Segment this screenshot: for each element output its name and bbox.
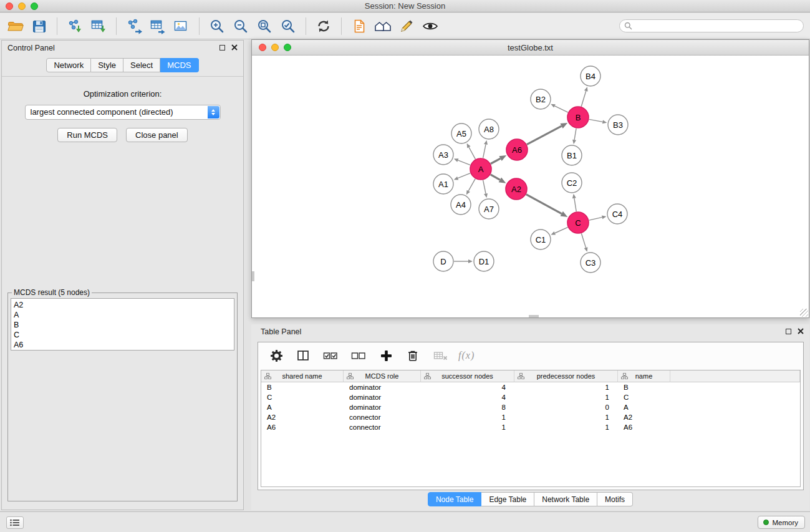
run-mcds-button[interactable]: Run MCDS <box>57 128 117 142</box>
export-image-button[interactable] <box>170 15 193 37</box>
table-cell[interactable]: 1 <box>514 412 618 422</box>
table-row[interactable]: Adominator80A <box>261 402 800 412</box>
delete-column-button[interactable] <box>403 344 422 367</box>
table-cell[interactable]: 1 <box>514 392 618 402</box>
select-all-columns-button[interactable] <box>321 344 340 367</box>
tab-edge-table[interactable]: Edge Table <box>481 492 534 506</box>
graph-edge-A6-B[interactable] <box>527 126 562 145</box>
tab-style[interactable]: Style <box>91 58 123 72</box>
import-table-button[interactable] <box>87 15 110 37</box>
table-settings-button[interactable] <box>267 344 286 367</box>
column-header-name[interactable]: name <box>618 370 670 382</box>
close-window-button[interactable] <box>6 2 13 10</box>
table-cell[interactable]: C <box>261 392 344 402</box>
tab-select[interactable]: Select <box>123 58 160 72</box>
table-cell[interactable]: dominator <box>344 382 421 392</box>
graph-edge-C-C4[interactable] <box>589 217 602 220</box>
close-network-button[interactable] <box>259 44 266 51</box>
graph-svg[interactable]: B4B2BB3A8A5A6A3B1AC2A1A2A4A7C4CC1C3DD1 <box>252 56 809 318</box>
table-cell[interactable]: C <box>618 392 670 402</box>
zoom-network-button[interactable] <box>284 44 291 51</box>
function-builder-button[interactable]: f(x) <box>458 350 475 361</box>
table-cell[interactable]: A <box>618 402 670 412</box>
close-panel-icon[interactable] <box>798 328 804 334</box>
unselect-all-columns-button[interactable] <box>349 344 369 367</box>
table-cell[interactable]: B <box>261 382 344 392</box>
graph-edge-B-B1[interactable] <box>574 128 576 140</box>
export-network-button[interactable] <box>122 15 146 37</box>
column-header-shared-name[interactable]: shared name <box>261 370 344 382</box>
graph-edge-A-A1[interactable] <box>458 173 470 178</box>
delete-table-button[interactable] <box>430 344 450 367</box>
network-document-button[interactable] <box>347 15 371 37</box>
graph-edge-C-C3[interactable] <box>581 233 586 248</box>
column-header-successor-nodes[interactable]: successor nodes <box>421 370 514 382</box>
column-header-MCDS-role[interactable]: MCDS role <box>344 370 421 382</box>
table-cell[interactable]: A2 <box>261 412 344 422</box>
mcds-result-item[interactable]: A2 <box>14 300 234 310</box>
zoom-fit-button[interactable] <box>253 15 276 37</box>
export-table-button[interactable] <box>146 15 170 37</box>
import-network-button[interactable] <box>63 15 87 37</box>
graph-edge-A-A3[interactable] <box>458 160 470 165</box>
table-row[interactable]: Cdominator41C <box>261 392 800 402</box>
create-column-button[interactable] <box>377 344 395 367</box>
graph-edge-B-B3[interactable] <box>589 119 603 122</box>
table-row[interactable]: A6connector11A6 <box>261 422 800 432</box>
float-panel-icon[interactable] <box>219 45 225 51</box>
table-cell[interactable]: dominator <box>344 392 421 402</box>
mcds-result-list[interactable]: A2ABCA6 <box>11 298 234 351</box>
tab-mcds[interactable]: MCDS <box>160 58 198 72</box>
table-cell[interactable]: connector <box>344 412 421 422</box>
graph-edge-B-B2[interactable] <box>555 106 568 112</box>
graph-edge-A-A7[interactable] <box>483 180 486 194</box>
table-cell[interactable]: connector <box>344 422 421 432</box>
graph-edge-A2-C[interactable] <box>526 195 562 214</box>
mcds-result-item[interactable]: B <box>14 320 234 330</box>
table-cell[interactable]: 1 <box>421 422 514 432</box>
apply-layout-button[interactable] <box>312 15 335 37</box>
table-cell[interactable]: A6 <box>618 422 670 432</box>
close-panel-button[interactable]: Close panel <box>126 128 188 142</box>
criterion-dropdown[interactable]: largest connected component (directed) <box>25 105 221 120</box>
table-cell[interactable]: 1 <box>514 382 618 392</box>
graph-edge-B-B4[interactable] <box>581 91 586 107</box>
open-session-button[interactable] <box>4 15 27 37</box>
resize-grip[interactable] <box>800 309 808 317</box>
save-session-button[interactable] <box>27 15 51 37</box>
network-canvas[interactable]: B4B2BB3A8A5A6A3B1AC2A1A2A4A7C4CC1C3DD1 <box>252 56 809 317</box>
show-panels-button[interactable] <box>6 516 24 529</box>
table-cell[interactable]: 1 <box>514 422 618 432</box>
table-cell[interactable]: A <box>261 402 344 412</box>
zoom-selected-button[interactable] <box>276 15 300 37</box>
mcds-result-item[interactable]: A <box>14 310 234 320</box>
zoom-in-button[interactable] <box>205 15 229 37</box>
tab-network[interactable]: Network <box>46 58 91 72</box>
search-field[interactable] <box>619 19 804 32</box>
tab-motifs[interactable]: Motifs <box>597 492 633 506</box>
table-cell[interactable]: 8 <box>421 402 514 412</box>
tab-network-table[interactable]: Network Table <box>534 492 597 506</box>
graph-edge-A-A4[interactable] <box>468 179 475 191</box>
edit-style-button[interactable] <box>395 15 418 37</box>
memory-button[interactable]: Memory <box>758 516 805 529</box>
show-columns-button[interactable] <box>294 344 312 367</box>
table-cell[interactable]: 4 <box>421 392 514 402</box>
graph-edge-A-A2[interactable] <box>491 175 500 180</box>
column-header-predecessor-nodes[interactable]: predecessor nodes <box>514 370 618 382</box>
minimize-window-button[interactable] <box>18 2 26 10</box>
table-cell[interactable]: A2 <box>618 412 670 422</box>
zoom-out-button[interactable] <box>229 15 253 37</box>
vertical-scroll-indicator[interactable] <box>252 271 254 281</box>
graph-edge-A-A5[interactable] <box>469 147 475 159</box>
close-panel-icon[interactable] <box>231 44 238 51</box>
graph-edge-C-C2[interactable] <box>574 198 576 212</box>
network-window-titlebar[interactable]: testGlobe.txt <box>252 40 809 56</box>
table-row[interactable]: A2connector11A2 <box>261 412 800 422</box>
float-panel-icon[interactable] <box>786 329 791 334</box>
zoom-window-button[interactable] <box>31 2 38 10</box>
minimize-network-button[interactable] <box>271 44 279 51</box>
graph-edge-A-A6[interactable] <box>491 158 501 163</box>
table-cell[interactable]: 4 <box>421 382 514 392</box>
ndex-home-button[interactable] <box>371 15 395 37</box>
